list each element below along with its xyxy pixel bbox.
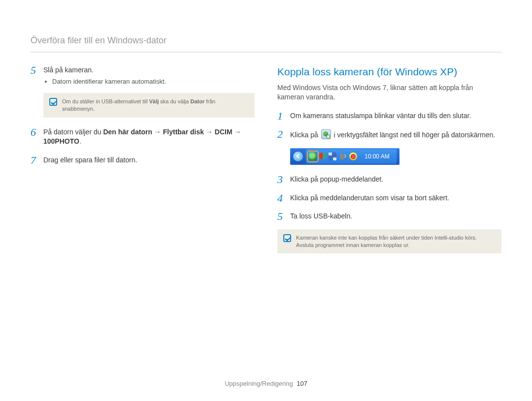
step-text: Klicka på meddelanderutan som visar ta b… <box>290 193 501 203</box>
step-text: Slå på kameran. <box>43 65 255 75</box>
security-shield-icon <box>319 153 326 160</box>
step-r2: 2 Klicka på i verktygsfältet längst ned … <box>277 128 501 142</box>
tray-expand-icon <box>293 152 303 161</box>
step-number: 3 <box>277 174 290 185</box>
step-text: På datorn väljer du Den här datorn → Fly… <box>43 127 255 147</box>
step-bullets: Datorn identifierar kameran automatiskt. <box>43 77 255 86</box>
footer-page-number: 107 <box>297 380 307 387</box>
note-bold-1: Välj <box>149 98 159 104</box>
step-r3: 3 Klicka på popup-meddelandet. <box>277 174 501 186</box>
step-body: Klicka på popup-meddelandet. <box>290 174 501 186</box>
step-body: Klicka på meddelanderutan som visar ta b… <box>290 192 501 205</box>
step-body: Drag eller spara filer till datorn. <box>43 154 255 167</box>
safely-remove-hardware-icon <box>309 153 317 160</box>
right-column: Koppla loss kameran (för Windows XP) Med… <box>277 64 501 262</box>
step-number: 2 <box>277 128 290 140</box>
content-columns: 5 Slå på kameran. Datorn identifierar ka… <box>31 64 501 262</box>
safely-remove-icon <box>321 129 331 139</box>
step-5: 5 Slå på kameran. Datorn identifierar ka… <box>31 64 255 87</box>
step-text: Drag eller spara filer till datorn. <box>43 155 255 165</box>
step-number: 6 <box>31 126 43 138</box>
left-column: 5 Slå på kameran. Datorn identifierar ka… <box>31 64 255 262</box>
network-icon <box>329 153 336 160</box>
bullet: Datorn identifierar kameran automatiskt. <box>52 77 255 86</box>
note-bold-2: Dator <box>190 98 204 104</box>
note-text: Kameran kanske inte kan kopplas från säk… <box>296 234 496 249</box>
step-pre: På datorn väljer du <box>43 128 103 136</box>
taskbar: 10:00 AM <box>290 148 399 165</box>
step-post: i verktygsfältet längst ned till höger p… <box>334 131 496 139</box>
volume-icon <box>340 154 344 159</box>
page-title: Överföra filer till en Windows-dator <box>31 35 166 45</box>
step-r5: 5 Ta loss USB-kabeln. <box>277 211 501 223</box>
note-box: Om du ställer in USB-alternativet till V… <box>43 93 255 118</box>
step-body: Ta loss USB-kabeln. <box>290 211 501 223</box>
note-icon <box>283 234 291 242</box>
taskbar-illustration: 10:00 AM <box>290 148 501 165</box>
step-pre: Klicka på <box>290 131 320 139</box>
step-text: Ta loss USB-kabeln. <box>290 212 501 221</box>
step-number: 5 <box>277 211 290 222</box>
step-number: 4 <box>277 192 290 204</box>
step-number: 7 <box>31 154 43 166</box>
step-text: Om kamerans statuslampa blinkar väntar d… <box>290 111 501 121</box>
note-icon <box>49 98 57 106</box>
step-r4: 4 Klicka på meddelanderutan som visar ta… <box>277 192 501 205</box>
section-intro: Med Windows Vista och Windows 7, liknar … <box>277 83 501 102</box>
step-body: Om kamerans statuslampa blinkar väntar d… <box>290 110 501 123</box>
system-tray: 10:00 AM <box>306 149 397 164</box>
note-box: Kameran kanske inte kan kopplas från säk… <box>277 229 501 254</box>
page: Överföra filer till en Windows-dator 5 S… <box>0 0 532 401</box>
note-mid: ska du välja <box>159 98 190 104</box>
step-text: Klicka på i verktygsfältet längst ned ti… <box>290 129 501 140</box>
step-r1: 1 Om kamerans statuslampa blinkar väntar… <box>277 110 501 123</box>
app-tray-icon <box>349 153 357 160</box>
step-number: 1 <box>277 110 290 122</box>
section-title: Koppla loss kameran (för Windows XP) <box>277 64 501 79</box>
step-body: På datorn väljer du Den här datorn → Fly… <box>43 126 255 149</box>
step-6: 6 På datorn väljer du Den här datorn → F… <box>31 126 255 149</box>
step-text: Klicka på popup-meddelandet. <box>290 175 501 185</box>
note-text: Om du ställer in USB-alternativet till V… <box>62 98 249 113</box>
page-header: Överföra filer till en Windows-dator <box>31 34 501 53</box>
step-number: 5 <box>31 64 43 76</box>
step-body: Slå på kameran. Datorn identifierar kame… <box>43 64 255 87</box>
step-7: 7 Drag eller spara filer till datorn. <box>31 154 255 167</box>
note-pre: Om du ställer in USB-alternativet till <box>62 98 149 104</box>
taskbar-clock: 10:00 AM <box>360 153 393 161</box>
step-post: . <box>79 137 81 145</box>
footer-section: Uppspelning/Redigering <box>225 380 293 387</box>
step-body: Klicka på i verktygsfältet längst ned ti… <box>290 128 501 142</box>
page-footer: Uppspelning/Redigering 107 <box>0 379 532 388</box>
